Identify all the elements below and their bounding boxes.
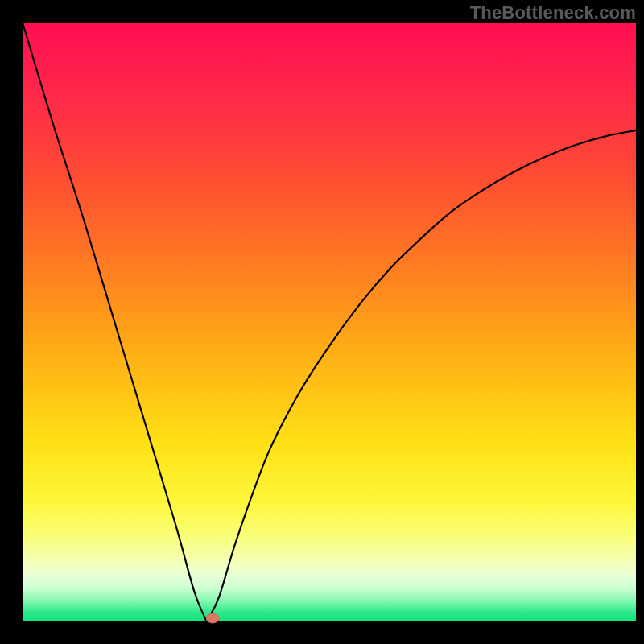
bottleneck-chart xyxy=(0,0,644,644)
attribution-label: TheBottleneck.com xyxy=(470,2,636,23)
optimal-marker xyxy=(206,613,219,623)
chart-container: TheBottleneck.com xyxy=(0,0,644,644)
